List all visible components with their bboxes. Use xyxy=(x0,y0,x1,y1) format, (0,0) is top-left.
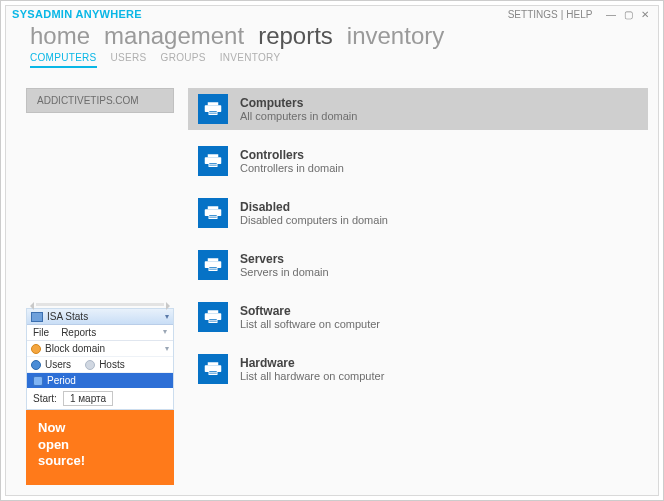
widget-dropdown-icon[interactable]: ▾ xyxy=(165,312,169,321)
reports-list: Computers All computers in domain Contro… xyxy=(188,88,648,485)
svg-rect-0 xyxy=(208,102,219,105)
report-servers[interactable]: Servers Servers in domain xyxy=(188,244,648,286)
printer-icon xyxy=(198,354,228,384)
widget-title: ISA Stats xyxy=(47,311,161,322)
svg-rect-4 xyxy=(209,113,217,114)
svg-rect-12 xyxy=(209,214,218,219)
report-desc: List all hardware on computer xyxy=(240,370,384,382)
svg-rect-20 xyxy=(208,310,219,313)
widget-menu-file[interactable]: File xyxy=(33,327,49,338)
widget-app-icon xyxy=(31,312,43,322)
nav-inventory[interactable]: inventory xyxy=(347,22,444,50)
sidebar-header[interactable]: ADDICTIVETIPS.COM xyxy=(26,88,174,113)
report-title: Servers xyxy=(240,252,329,266)
primary-nav: home management reports inventory xyxy=(6,22,658,50)
svg-rect-23 xyxy=(209,319,217,320)
svg-rect-18 xyxy=(209,267,217,268)
subnav-computers[interactable]: COMPUTERS xyxy=(30,52,97,68)
report-controllers[interactable]: Controllers Controllers in domain xyxy=(188,140,648,182)
svg-rect-24 xyxy=(209,321,217,322)
hosts-tab-icon xyxy=(85,360,95,370)
svg-rect-13 xyxy=(209,215,217,216)
subnav-groups[interactable]: GROUPS xyxy=(161,52,206,68)
printer-icon xyxy=(198,250,228,280)
svg-rect-2 xyxy=(209,110,218,115)
svg-rect-10 xyxy=(208,206,219,209)
widget-period[interactable]: Period xyxy=(47,375,76,386)
report-hardware[interactable]: Hardware List all hardware on computer xyxy=(188,348,648,390)
sub-nav: COMPUTERS USERS GROUPS INVENTORY xyxy=(6,50,658,74)
svg-rect-27 xyxy=(209,370,218,375)
nav-management[interactable]: management xyxy=(104,22,244,50)
nav-home[interactable]: home xyxy=(30,22,90,50)
report-title: Computers xyxy=(240,96,357,110)
subnav-users[interactable]: USERS xyxy=(111,52,147,68)
report-desc: Disabled computers in domain xyxy=(240,214,388,226)
svg-rect-25 xyxy=(208,362,219,365)
block-domain-icon xyxy=(31,344,41,354)
close-button[interactable]: ✕ xyxy=(638,8,652,20)
svg-rect-5 xyxy=(208,154,219,157)
report-desc: Servers in domain xyxy=(240,266,329,278)
widget-start-value[interactable]: 1 марта xyxy=(63,391,113,406)
svg-rect-14 xyxy=(209,217,217,218)
help-link[interactable]: HELP xyxy=(566,9,592,20)
side-scroll[interactable] xyxy=(26,300,174,308)
widget-block-domain[interactable]: Block domain xyxy=(45,343,105,354)
svg-rect-29 xyxy=(209,373,217,374)
isa-stats-widget: ISA Stats ▾ File Reports ▾ Block domain … xyxy=(26,308,174,410)
svg-rect-19 xyxy=(209,269,217,270)
report-title: Software xyxy=(240,304,380,318)
app-title: SYSADMIN ANYWHERE xyxy=(12,8,142,20)
svg-rect-9 xyxy=(209,165,217,166)
svg-rect-7 xyxy=(209,162,218,167)
widget-tab-hosts[interactable]: Hosts xyxy=(99,359,125,370)
svg-rect-28 xyxy=(209,371,217,372)
open-source-banner[interactable]: Now open source! xyxy=(26,410,174,485)
svg-rect-3 xyxy=(209,111,217,112)
maximize-button[interactable]: ▢ xyxy=(621,8,635,20)
report-software[interactable]: Software List all software on computer xyxy=(188,296,648,338)
svg-rect-8 xyxy=(209,163,217,164)
report-desc: All computers in domain xyxy=(240,110,357,122)
settings-link[interactable]: SETTINGS xyxy=(508,9,558,20)
report-disabled[interactable]: Disabled Disabled computers in domain xyxy=(188,192,648,234)
svg-rect-15 xyxy=(208,258,219,261)
report-title: Disabled xyxy=(240,200,388,214)
subnav-inventory[interactable]: INVENTORY xyxy=(220,52,281,68)
printer-icon xyxy=(198,198,228,228)
users-tab-icon xyxy=(31,360,41,370)
nav-reports[interactable]: reports xyxy=(258,22,333,50)
widget-tab-users[interactable]: Users xyxy=(45,359,71,370)
period-icon xyxy=(33,376,43,386)
printer-icon xyxy=(198,146,228,176)
widget-menu-reports[interactable]: Reports xyxy=(61,327,96,338)
widget-start-label: Start: xyxy=(33,393,57,404)
svg-rect-22 xyxy=(209,318,218,323)
report-computers[interactable]: Computers All computers in domain xyxy=(188,88,648,130)
report-desc: List all software on computer xyxy=(240,318,380,330)
printer-icon xyxy=(198,302,228,332)
minimize-button[interactable]: — xyxy=(604,8,618,20)
svg-rect-17 xyxy=(209,266,218,271)
report-desc: Controllers in domain xyxy=(240,162,344,174)
report-title: Controllers xyxy=(240,148,344,162)
report-title: Hardware xyxy=(240,356,384,370)
printer-icon xyxy=(198,94,228,124)
